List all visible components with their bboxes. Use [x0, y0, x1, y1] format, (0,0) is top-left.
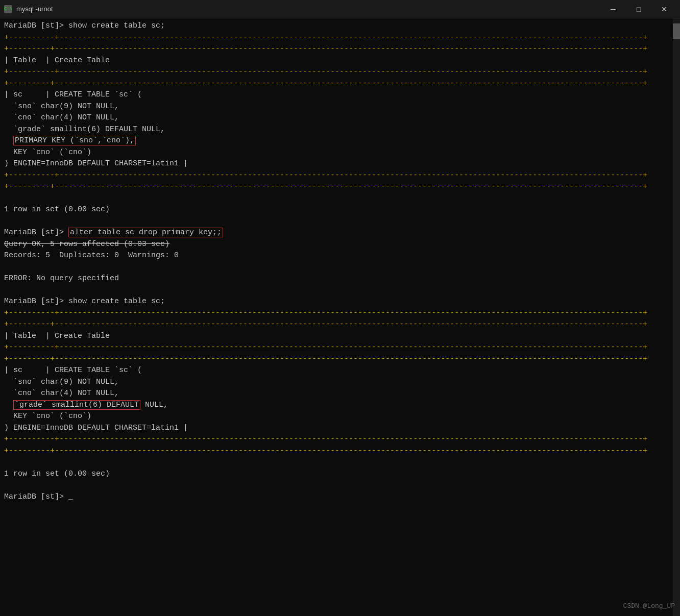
- divider-10: +---------+-----------------------------…: [4, 354, 676, 365]
- data-row-2: | sc | CREATE TABLE `sc` (: [4, 365, 676, 377]
- divider-11: +----------+----------------------------…: [4, 434, 676, 446]
- row-count-2: 1 row in set (0.00 sec): [4, 469, 676, 480]
- error-line: ERROR: No query specified: [4, 273, 676, 285]
- empty-4: [4, 457, 676, 469]
- empty-5: [4, 480, 676, 491]
- code-line-3: `grade` smallint(6) DEFAULT NULL,: [4, 124, 676, 136]
- final-prompt: MariaDB [st]> _: [4, 491, 676, 503]
- row-count-1: 1 row in set (0.00 sec): [4, 204, 676, 216]
- divider-2: +---------+-----------------------------…: [4, 43, 676, 55]
- code-line-8: KEY `cno` (`cno`): [4, 411, 676, 423]
- table-header-1: | Table | Create Table: [4, 55, 676, 67]
- query-ok-line: Query OK, 5 rows affected (0.03 sec): [4, 239, 676, 251]
- divider-3: +----------+----------------------------…: [4, 66, 676, 78]
- divider-5: +----------+----------------------------…: [4, 170, 676, 182]
- terminal-icon: C:\: [4, 5, 12, 13]
- code-line-9: ) ENGINE=InnoDB DEFAULT CHARSET=latin1 |: [4, 423, 676, 434]
- code-line-6: `sno` char(9) NOT NULL,: [4, 377, 676, 388]
- empty-3: [4, 285, 676, 297]
- window-controls: ─ □ ✕: [601, 2, 676, 17]
- divider-9: +----------+----------------------------…: [4, 342, 676, 354]
- divider-7: +----------+----------------------------…: [4, 308, 676, 319]
- result-line-1: [4, 193, 676, 205]
- terminal-window: C:\ mysql -uroot ─ □ ✕ MariaDB [st]> sho…: [0, 0, 680, 616]
- terminal-body[interactable]: MariaDB [st]> show create table sc; +---…: [0, 18, 680, 616]
- code-line-4: KEY `cno` (`cno`): [4, 147, 676, 159]
- maximize-button[interactable]: □: [627, 2, 650, 17]
- table-header-2: | Table | Create Table: [4, 331, 676, 342]
- minimize-button[interactable]: ─: [601, 2, 625, 17]
- code-line-7: `cno` char(4) NOT NULL,: [4, 388, 676, 400]
- divider-12: +---------+-----------------------------…: [4, 446, 676, 457]
- command-line-2: MariaDB [st]> alter table sc drop primar…: [4, 227, 676, 239]
- empty-2: [4, 262, 676, 274]
- code-line-grade: `grade` smallint(6) DEFAULT NULL,: [4, 400, 676, 411]
- data-row-1: | sc | CREATE TABLE `sc` (: [4, 89, 676, 101]
- divider-4: +---------+-----------------------------…: [4, 78, 676, 90]
- code-line-pk: PRIMARY KEY (`sno`,`cno`),: [4, 135, 676, 147]
- code-line-1: `sno` char(9) NOT NULL,: [4, 101, 676, 113]
- scrollbar[interactable]: [673, 18, 680, 616]
- close-button[interactable]: ✕: [652, 2, 676, 17]
- divider-8: +---------+-----------------------------…: [4, 319, 676, 331]
- divider-6: +---------+-----------------------------…: [4, 181, 676, 193]
- empty-1: [4, 216, 676, 228]
- watermark: CSDN @Long_UP: [623, 601, 675, 611]
- title-bar: C:\ mysql -uroot ─ □ ✕: [0, 0, 680, 18]
- window-title: mysql -uroot: [16, 5, 53, 13]
- records-line: Records: 5 Duplicates: 0 Warnings: 0: [4, 250, 676, 262]
- title-bar-left: C:\ mysql -uroot: [4, 5, 53, 13]
- command-line-3: MariaDB [st]> show create table sc;: [4, 296, 676, 308]
- divider-1: +----------+----------------------------…: [4, 32, 676, 44]
- command-line-1: MariaDB [st]> show create table sc;: [4, 20, 676, 32]
- scrollbar-thumb[interactable]: [673, 23, 680, 39]
- code-line-5: ) ENGINE=InnoDB DEFAULT CHARSET=latin1 |: [4, 158, 676, 170]
- code-line-2: `cno` char(4) NOT NULL,: [4, 112, 676, 124]
